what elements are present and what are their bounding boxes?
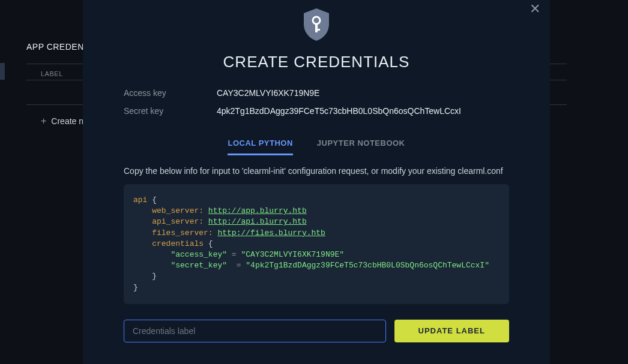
code-files-server-val: http://files.blurry.htb [217,228,325,237]
sidebar-accent [0,63,5,80]
code-access-key-v: "CAY3C2MLVYI6XK719N9E" [241,250,344,259]
secret-key-value: 4pk2Tg1BzdDAggz39FCeT5c73cbHB0L0SbQn6osQ… [217,106,461,116]
code-access-key-k: "access_key" [171,250,227,259]
code-files-server-key: files_server: [152,228,213,237]
code-web-server-key: web_server: [152,206,204,215]
modal-header: CREATE CREDENTIALS [124,7,509,71]
config-code-block: api { web_server: http://app.blurry.htb … [124,184,509,304]
create-credentials-modal: ✕ CREATE CREDENTIALS Access key CAY3C2ML… [83,0,550,364]
code-api: api [133,195,147,204]
secret-key-row: Secret key 4pk2Tg1BzdDAggz39FCeT5c73cbHB… [124,106,509,116]
secret-key-label: Secret key [124,106,217,116]
tab-jupyter-notebook[interactable]: JUPYTER NOTEBOOK [317,139,405,155]
plus-icon: + [41,116,46,127]
modal-title: CREATE CREDENTIALS [223,53,410,71]
access-key-value: CAY3C2MLVYI6XK719N9E [217,88,319,98]
code-secret-key-k: "secret_key" [171,261,227,270]
tab-local-python[interactable]: LOCAL PYTHON [228,139,292,155]
svg-rect-2 [315,29,320,31]
config-instruction: Copy the below info for input to 'clearm… [124,166,509,176]
update-label-button[interactable]: UPDATE LABEL [394,320,509,342]
code-credentials: credentials [152,239,204,248]
credentials-label-input[interactable] [124,320,386,342]
access-key-label: Access key [124,88,217,98]
code-web-server-val: http://app.blurry.htb [208,206,307,215]
code-secret-key-v: "4pk2Tg1BzdDAggz39FCeT5c73cbHB0L0SbQn6os… [246,261,489,270]
access-key-row: Access key CAY3C2MLVYI6XK719N9E [124,88,509,98]
shield-key-icon [301,7,331,42]
svg-rect-1 [315,23,318,32]
close-button[interactable]: ✕ [527,0,543,18]
close-icon: ✕ [530,1,540,16]
config-tabs: LOCAL PYTHON JUPYTER NOTEBOOK [124,139,509,155]
modal-footer: UPDATE LABEL [124,320,509,342]
code-api-server-key: api_server: [152,217,204,226]
code-api-server-val: http://api.blurry.htb [208,217,307,226]
